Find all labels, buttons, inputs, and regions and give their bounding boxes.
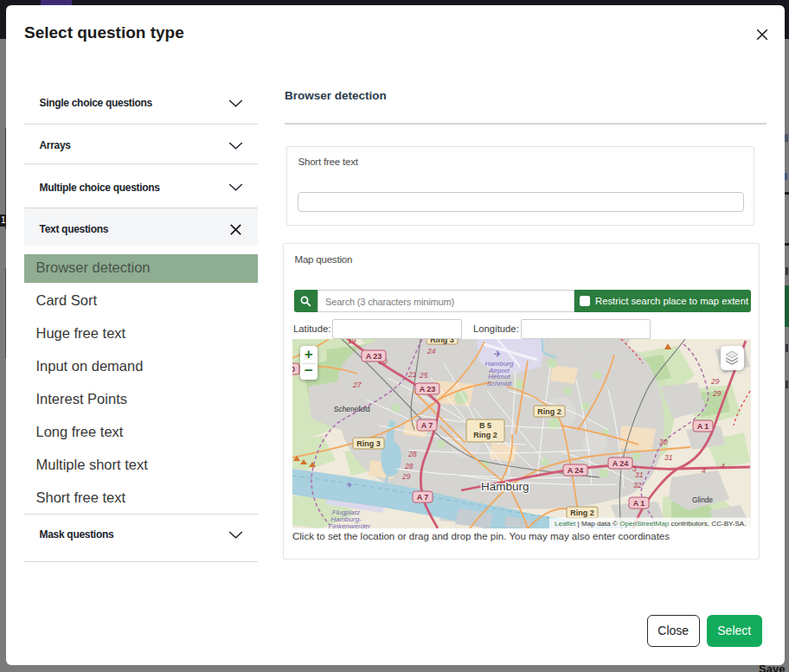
svg-text:24: 24 bbox=[427, 347, 436, 355]
svg-text:25: 25 bbox=[419, 371, 428, 380]
svg-text:Glinde: Glinde bbox=[692, 496, 713, 504]
svg-text:31: 31 bbox=[635, 470, 644, 479]
svg-text:A 1: A 1 bbox=[697, 422, 709, 431]
svg-text:4: 4 bbox=[702, 466, 706, 475]
svg-text:Ring 2: Ring 2 bbox=[570, 509, 594, 517]
svg-text:A 23: A 23 bbox=[366, 352, 382, 361]
svg-text:27: 27 bbox=[352, 381, 362, 389]
svg-text:Schenefeld: Schenefeld bbox=[334, 405, 370, 413]
svg-text:28: 28 bbox=[407, 450, 417, 458]
svg-text:B 5: B 5 bbox=[479, 421, 491, 430]
svg-text:28: 28 bbox=[404, 462, 414, 470]
svg-text:Ring 2: Ring 2 bbox=[473, 431, 497, 439]
svg-text:19: 19 bbox=[348, 339, 356, 345]
svg-text:A 24: A 24 bbox=[613, 459, 629, 468]
svg-text:Schmidt: Schmidt bbox=[487, 380, 513, 387]
svg-text:29: 29 bbox=[401, 472, 411, 481]
svg-text:Ring 2: Ring 2 bbox=[537, 407, 561, 416]
svg-text:4: 4 bbox=[721, 462, 725, 470]
svg-text:✈: ✈ bbox=[346, 481, 353, 490]
svg-text:Leaflet | Map data © OpenStree: Leaflet | Map data © OpenStreetMap contr… bbox=[555, 520, 746, 528]
svg-text:10: 10 bbox=[292, 365, 295, 374]
svg-text:A 1: A 1 bbox=[633, 499, 645, 508]
svg-text:29: 29 bbox=[710, 377, 720, 386]
svg-text:Ring 3: Ring 3 bbox=[430, 339, 454, 344]
svg-text:31: 31 bbox=[664, 453, 673, 462]
svg-text:✈: ✈ bbox=[493, 349, 501, 359]
svg-text:Finkenwerder: Finkenwerder bbox=[329, 522, 371, 528]
svg-text:21: 21 bbox=[407, 370, 417, 379]
svg-text:32: 32 bbox=[633, 481, 642, 490]
svg-text:A 7: A 7 bbox=[421, 421, 433, 430]
svg-text:Hamburg: Hamburg bbox=[481, 480, 529, 493]
svg-text:Ring 3: Ring 3 bbox=[356, 439, 381, 448]
svg-text:30: 30 bbox=[659, 438, 668, 446]
svg-text:A 7: A 7 bbox=[417, 493, 429, 502]
svg-text:A 23: A 23 bbox=[420, 385, 436, 394]
svg-text:29: 29 bbox=[712, 389, 722, 398]
svg-text:A 24: A 24 bbox=[568, 466, 584, 475]
